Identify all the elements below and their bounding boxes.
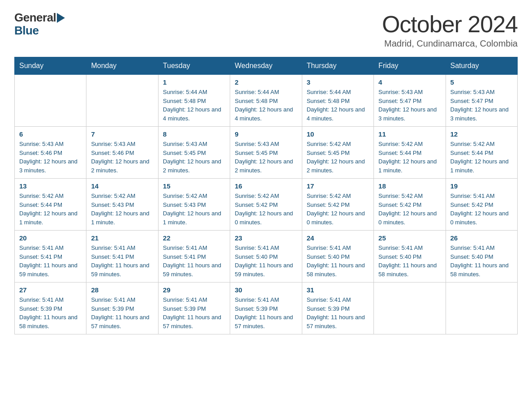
page-header: General Blue October 2024 Madrid, Cundin… — [14, 11, 518, 49]
day-number: 3 — [307, 78, 369, 86]
calendar-cell: 27Sunrise: 5:41 AMSunset: 5:39 PMDayligh… — [15, 283, 86, 334]
calendar-cell: 16Sunrise: 5:42 AMSunset: 5:42 PMDayligh… — [230, 179, 302, 231]
day-number: 6 — [19, 130, 82, 138]
day-number: 25 — [378, 234, 441, 242]
logo-triangle-icon — [57, 13, 65, 23]
day-of-week-header: Monday — [86, 57, 158, 75]
location-subtitle: Madrid, Cundinamarca, Colombia — [382, 39, 518, 49]
day-of-week-header: Wednesday — [230, 57, 302, 75]
calendar-cell: 13Sunrise: 5:42 AMSunset: 5:44 PMDayligh… — [15, 179, 86, 231]
sun-info: Sunrise: 5:42 AMSunset: 5:44 PMDaylight:… — [450, 140, 513, 175]
sun-info: Sunrise: 5:41 AMSunset: 5:40 PMDaylight:… — [235, 244, 297, 278]
day-number: 14 — [91, 182, 153, 190]
calendar-cell: 26Sunrise: 5:41 AMSunset: 5:40 PMDayligh… — [446, 231, 517, 283]
sun-info: Sunrise: 5:43 AMSunset: 5:45 PMDaylight:… — [235, 140, 297, 175]
calendar-cell: 12Sunrise: 5:42 AMSunset: 5:44 PMDayligh… — [446, 127, 517, 179]
day-of-week-header: Friday — [374, 57, 446, 75]
sun-info: Sunrise: 5:41 AMSunset: 5:40 PMDaylight:… — [307, 244, 369, 278]
day-of-week-header: Tuesday — [158, 57, 230, 75]
day-number: 30 — [235, 286, 297, 294]
calendar-cell: 30Sunrise: 5:41 AMSunset: 5:39 PMDayligh… — [230, 283, 302, 334]
sun-info: Sunrise: 5:42 AMSunset: 5:42 PMDaylight:… — [307, 192, 369, 227]
calendar-cell: 23Sunrise: 5:41 AMSunset: 5:40 PMDayligh… — [230, 231, 302, 283]
calendar-cell — [374, 283, 446, 334]
calendar-cell — [86, 75, 158, 127]
calendar-cell: 6Sunrise: 5:43 AMSunset: 5:46 PMDaylight… — [15, 127, 86, 179]
calendar-cell: 3Sunrise: 5:44 AMSunset: 5:48 PMDaylight… — [302, 75, 373, 127]
calendar-cell: 14Sunrise: 5:42 AMSunset: 5:43 PMDayligh… — [86, 179, 158, 231]
sun-info: Sunrise: 5:42 AMSunset: 5:43 PMDaylight:… — [163, 192, 225, 227]
calendar-header-row: SundayMondayTuesdayWednesdayThursdayFrid… — [15, 57, 518, 75]
sun-info: Sunrise: 5:42 AMSunset: 5:44 PMDaylight:… — [19, 192, 82, 227]
sun-info: Sunrise: 5:41 AMSunset: 5:42 PMDaylight:… — [450, 192, 513, 227]
day-number: 27 — [19, 286, 82, 294]
day-number: 28 — [91, 286, 153, 294]
sun-info: Sunrise: 5:42 AMSunset: 5:44 PMDaylight:… — [378, 140, 441, 175]
calendar-table: SundayMondayTuesdayWednesdayThursdayFrid… — [14, 57, 518, 334]
logo-blue-text: Blue — [14, 24, 39, 38]
day-number: 29 — [163, 286, 225, 294]
calendar-cell: 31Sunrise: 5:41 AMSunset: 5:39 PMDayligh… — [302, 283, 373, 334]
sun-info: Sunrise: 5:41 AMSunset: 5:39 PMDaylight:… — [91, 295, 153, 330]
calendar-week-row: 6Sunrise: 5:43 AMSunset: 5:46 PMDaylight… — [15, 127, 518, 179]
sun-info: Sunrise: 5:41 AMSunset: 5:41 PMDaylight:… — [91, 244, 153, 278]
day-number: 19 — [450, 182, 513, 190]
calendar-cell — [446, 283, 517, 334]
sun-info: Sunrise: 5:41 AMSunset: 5:39 PMDaylight:… — [19, 295, 82, 330]
calendar-cell: 21Sunrise: 5:41 AMSunset: 5:41 PMDayligh… — [86, 231, 158, 283]
month-title: October 2024 — [382, 11, 518, 38]
day-number: 8 — [163, 130, 225, 138]
day-number: 31 — [307, 286, 369, 294]
sun-info: Sunrise: 5:44 AMSunset: 5:48 PMDaylight:… — [307, 88, 369, 123]
sun-info: Sunrise: 5:44 AMSunset: 5:48 PMDaylight:… — [235, 88, 297, 123]
day-number: 2 — [235, 78, 297, 86]
svg-marker-0 — [57, 13, 65, 23]
day-number: 26 — [450, 234, 513, 242]
calendar-cell: 24Sunrise: 5:41 AMSunset: 5:40 PMDayligh… — [302, 231, 373, 283]
calendar-cell: 8Sunrise: 5:43 AMSunset: 5:45 PMDaylight… — [158, 127, 230, 179]
day-number: 23 — [235, 234, 297, 242]
sun-info: Sunrise: 5:41 AMSunset: 5:41 PMDaylight:… — [19, 244, 82, 278]
calendar-week-row: 20Sunrise: 5:41 AMSunset: 5:41 PMDayligh… — [15, 231, 518, 283]
calendar-cell: 11Sunrise: 5:42 AMSunset: 5:44 PMDayligh… — [374, 127, 446, 179]
logo-general-text: General — [14, 11, 56, 25]
calendar-cell: 18Sunrise: 5:42 AMSunset: 5:42 PMDayligh… — [374, 179, 446, 231]
calendar-cell: 5Sunrise: 5:43 AMSunset: 5:47 PMDaylight… — [446, 75, 517, 127]
sun-info: Sunrise: 5:43 AMSunset: 5:46 PMDaylight:… — [91, 140, 153, 175]
day-number: 17 — [307, 182, 369, 190]
day-number: 21 — [91, 234, 153, 242]
day-of-week-header: Sunday — [15, 57, 86, 75]
calendar-cell: 1Sunrise: 5:44 AMSunset: 5:48 PMDaylight… — [158, 75, 230, 127]
calendar-cell: 2Sunrise: 5:44 AMSunset: 5:48 PMDaylight… — [230, 75, 302, 127]
day-number: 11 — [378, 130, 441, 138]
day-number: 5 — [450, 78, 513, 86]
sun-info: Sunrise: 5:41 AMSunset: 5:41 PMDaylight:… — [163, 244, 225, 278]
calendar-cell: 4Sunrise: 5:43 AMSunset: 5:47 PMDaylight… — [374, 75, 446, 127]
day-number: 1 — [163, 78, 225, 86]
sun-info: Sunrise: 5:42 AMSunset: 5:42 PMDaylight:… — [235, 192, 297, 227]
day-number: 10 — [307, 130, 369, 138]
day-number: 18 — [378, 182, 441, 190]
calendar-cell: 29Sunrise: 5:41 AMSunset: 5:39 PMDayligh… — [158, 283, 230, 334]
sun-info: Sunrise: 5:43 AMSunset: 5:47 PMDaylight:… — [450, 88, 513, 123]
sun-info: Sunrise: 5:41 AMSunset: 5:39 PMDaylight:… — [163, 295, 225, 330]
sun-info: Sunrise: 5:41 AMSunset: 5:39 PMDaylight:… — [235, 295, 297, 330]
day-of-week-header: Thursday — [302, 57, 373, 75]
day-number: 15 — [163, 182, 225, 190]
day-number: 22 — [163, 234, 225, 242]
calendar-cell: 15Sunrise: 5:42 AMSunset: 5:43 PMDayligh… — [158, 179, 230, 231]
sun-info: Sunrise: 5:42 AMSunset: 5:42 PMDaylight:… — [378, 192, 441, 227]
calendar-cell: 20Sunrise: 5:41 AMSunset: 5:41 PMDayligh… — [15, 231, 86, 283]
sun-info: Sunrise: 5:43 AMSunset: 5:47 PMDaylight:… — [378, 88, 441, 123]
sun-info: Sunrise: 5:42 AMSunset: 5:45 PMDaylight:… — [307, 140, 369, 175]
calendar-cell: 19Sunrise: 5:41 AMSunset: 5:42 PMDayligh… — [446, 179, 517, 231]
calendar-cell: 22Sunrise: 5:41 AMSunset: 5:41 PMDayligh… — [158, 231, 230, 283]
calendar-cell: 28Sunrise: 5:41 AMSunset: 5:39 PMDayligh… — [86, 283, 158, 334]
sun-info: Sunrise: 5:44 AMSunset: 5:48 PMDaylight:… — [163, 88, 225, 123]
day-of-week-header: Saturday — [446, 57, 517, 75]
sun-info: Sunrise: 5:43 AMSunset: 5:45 PMDaylight:… — [163, 140, 225, 175]
sun-info: Sunrise: 5:41 AMSunset: 5:40 PMDaylight:… — [378, 244, 441, 278]
day-number: 12 — [450, 130, 513, 138]
calendar-cell: 7Sunrise: 5:43 AMSunset: 5:46 PMDaylight… — [86, 127, 158, 179]
day-number: 20 — [19, 234, 82, 242]
